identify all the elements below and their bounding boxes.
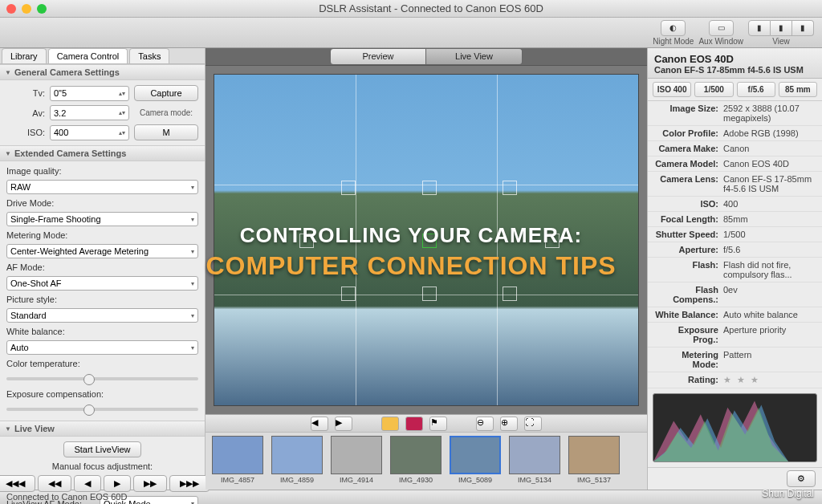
drive-mode-select[interactable]: Single-Frame Shooting▾: [6, 212, 198, 226]
av-stepper[interactable]: 3.2▴▾: [50, 105, 129, 120]
metadata-list: Image Size:2592 x 3888 (10.07 megapixels…: [648, 101, 822, 372]
window-title: DSLR Assistant - Connected to Canon EOS …: [47, 2, 816, 14]
quick-shutter: 1/500: [694, 82, 733, 97]
thumbnail[interactable]: IMG_4857: [210, 436, 265, 486]
af-point: [341, 287, 356, 301]
settings-gear-button[interactable]: ⚙: [787, 470, 816, 487]
focus-far-1-button[interactable]: ▶: [104, 475, 131, 492]
night-mode-label: Night Mode: [653, 37, 694, 46]
extended-settings-header[interactable]: ▼Extended Camera Settings: [0, 145, 205, 161]
metadata-row: White Balance:Auto white balance: [648, 307, 822, 323]
focus-near-2-button[interactable]: ◀◀: [38, 475, 71, 492]
focus-far-2-button[interactable]: ▶▶: [133, 475, 167, 492]
metadata-row: Aperture:f/5.6: [648, 242, 822, 258]
af-mode-label: AF Mode:: [6, 262, 198, 272]
image-quality-label: Image quality:: [6, 166, 198, 176]
metering-mode-select[interactable]: Center-Weighted Average Metering▾: [6, 244, 198, 258]
zoom-in-button[interactable]: ⊕: [500, 417, 518, 431]
night-mode-button[interactable]: ◐: [661, 20, 686, 36]
focus-far-3-button[interactable]: ▶▶▶: [169, 475, 210, 492]
thumbnail-label: IMG_5137: [577, 476, 611, 484]
thumbnail[interactable]: IMG_5089: [448, 436, 503, 486]
af-point-active: [422, 234, 437, 248]
metadata-row: ISO:400: [648, 197, 822, 212]
camera-mode-button[interactable]: M: [134, 124, 198, 140]
tv-stepper[interactable]: 0"5▴▾: [50, 86, 129, 101]
quick-focal: 85 mm: [779, 82, 817, 97]
capture-button[interactable]: Capture: [134, 85, 198, 101]
prev-button[interactable]: ◀: [311, 417, 328, 431]
start-liveview-button[interactable]: Start LiveView: [63, 441, 140, 457]
grid-line: [497, 75, 498, 405]
view-label: View: [772, 37, 790, 46]
tab-tasks[interactable]: Tasks: [129, 48, 169, 63]
af-point: [503, 287, 517, 301]
picture-style-select[interactable]: Standard▾: [6, 308, 198, 323]
tab-preview[interactable]: Preview: [330, 48, 426, 65]
metadata-row: Camera Model:Canon EOS 40D: [648, 156, 822, 172]
metadata-row: Focal Length:85mm: [648, 212, 822, 227]
quick-iso: ISO 400: [653, 82, 691, 97]
zoom-icon[interactable]: [37, 4, 47, 14]
camera-lens-title: Canon EF-S 17-85mm f4-5.6 IS USM: [654, 65, 816, 75]
thumbnail-label: IMG_4930: [399, 476, 433, 484]
image-quality-select[interactable]: RAW▾: [6, 180, 198, 194]
rating-row[interactable]: Rating: ★ ★ ★: [648, 372, 822, 388]
gear-icon: ⚙: [797, 474, 805, 483]
white-balance-label: White balance:: [6, 327, 198, 336]
af-mode-select[interactable]: One-Shot AF▾: [6, 276, 198, 291]
disclosure-triangle-icon: ▼: [5, 150, 11, 157]
thumbnail-label: IMG_5134: [518, 476, 551, 484]
rating-stars[interactable]: ★ ★ ★: [723, 375, 816, 385]
view-segmented-control[interactable]: ▮ ▮ ▮: [748, 20, 814, 36]
metadata-row: Exposure Prog.:Aperture priority: [648, 323, 822, 348]
thumbnail-label: IMG_4859: [280, 476, 314, 484]
metadata-row: Flash Compens.:0ev: [648, 282, 822, 307]
focus-near-1-button[interactable]: ◀: [74, 475, 101, 492]
thumbnail-label: IMG_4914: [340, 476, 373, 484]
color-temp-slider[interactable]: [6, 377, 198, 380]
fit-button[interactable]: ⛶: [524, 417, 542, 431]
view-seg-2[interactable]: ▮: [771, 20, 792, 36]
white-balance-select[interactable]: Auto▾: [6, 340, 198, 355]
thumbnail[interactable]: IMG_4930: [389, 436, 443, 486]
view-seg-3[interactable]: ▮: [792, 20, 814, 36]
flag-button[interactable]: ⚑: [429, 417, 447, 431]
view-seg-1[interactable]: ▮: [748, 20, 771, 36]
camera-model-title: Canon EOS 40D: [654, 53, 816, 65]
tab-live-view[interactable]: Live View: [426, 48, 523, 65]
exposure-comp-slider[interactable]: [6, 408, 198, 411]
center-tabs: Preview Live View: [206, 48, 647, 66]
af-point: [422, 181, 437, 195]
tab-camera-control[interactable]: Camera Control: [48, 48, 128, 63]
rating-tool-button[interactable]: [381, 417, 399, 431]
aux-window-button[interactable]: ▭: [709, 20, 734, 36]
left-tabs: Library Camera Control Tasks: [0, 48, 205, 64]
traffic-lights: [6, 4, 47, 14]
focus-near-3-button[interactable]: ◀◀◀: [0, 475, 35, 492]
thumbnail[interactable]: IMG_5134: [507, 436, 562, 486]
thumbnail[interactable]: IMG_4859: [270, 436, 324, 486]
live-view-header[interactable]: ▼Live View: [0, 421, 205, 437]
exposure-comp-label: Exposure compensation:: [6, 389, 198, 399]
thumbnail[interactable]: IMG_4914: [329, 436, 384, 486]
color-label-button[interactable]: [405, 417, 423, 431]
metadata-row: Color Profile:Adobe RGB (1998): [648, 126, 822, 141]
close-icon[interactable]: [6, 4, 16, 14]
preview-image[interactable]: [214, 74, 639, 406]
disclosure-triangle-icon: ▼: [5, 425, 11, 433]
center-panel: Preview Live View ◀ ▶ ⚑: [206, 48, 647, 490]
left-panel: Library Camera Control Tasks ▼General Ca…: [0, 48, 206, 490]
iso-stepper[interactable]: 400▴▾: [50, 125, 129, 140]
minimize-icon[interactable]: [22, 4, 31, 14]
next-button[interactable]: ▶: [335, 417, 352, 431]
metadata-row: Image Size:2592 x 3888 (10.07 megapixels…: [648, 101, 822, 126]
thumbnail[interactable]: IMG_5137: [567, 436, 621, 486]
tab-library[interactable]: Library: [2, 48, 47, 63]
tv-label: Tv:: [6, 88, 45, 98]
general-settings-header[interactable]: ▼General Camera Settings: [0, 64, 205, 80]
aux-window-label: Aux Window: [698, 37, 743, 46]
zoom-out-button[interactable]: ⊖: [476, 417, 494, 431]
manual-focus-label: Manual focus adjustment:: [6, 461, 198, 471]
quick-info-row: ISO 400 1/500 f/5.6 85 mm: [648, 79, 822, 101]
